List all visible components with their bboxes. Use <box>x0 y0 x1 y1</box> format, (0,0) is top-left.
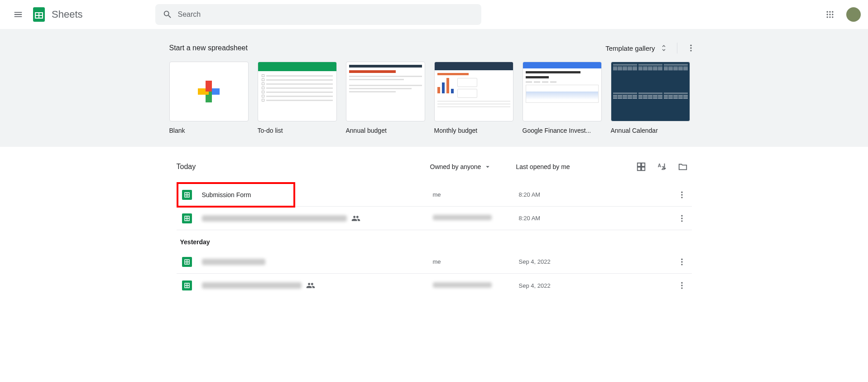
more-vert-icon <box>686 44 695 53</box>
file-owner: me <box>433 191 519 198</box>
open-picker-button[interactable] <box>674 158 692 176</box>
svg-point-29 <box>681 220 682 222</box>
template-gallery-button[interactable]: Template gallery <box>602 42 671 54</box>
svg-point-33 <box>681 258 682 260</box>
grid-view-button[interactable] <box>632 158 650 176</box>
file-row[interactable]: Submission Form me 8:20 AM <box>177 183 692 207</box>
sort-az-icon: AZ <box>657 162 667 172</box>
file-row[interactable]: me Sep 4, 2022 <box>177 250 692 274</box>
search-input[interactable] <box>178 10 474 19</box>
file-name <box>202 259 433 265</box>
main-menu-button[interactable] <box>7 4 29 25</box>
group-heading: Today <box>177 163 430 171</box>
file-time: Sep 4, 2022 <box>519 258 674 265</box>
shared-icon <box>306 281 315 290</box>
account-avatar[interactable] <box>846 7 861 22</box>
unfold-icon <box>660 44 668 52</box>
more-vert-icon <box>677 190 686 199</box>
template-finance[interactable]: Google Finance Invest... <box>523 62 602 134</box>
svg-point-7 <box>827 14 828 15</box>
template-more-button[interactable] <box>683 40 699 56</box>
docs-header: Today Owned by anyone Last opened by me … <box>177 155 692 183</box>
template-label: Annual Calendar <box>611 127 690 134</box>
svg-point-11 <box>829 16 830 18</box>
file-time: Sep 4, 2022 <box>519 282 674 289</box>
file-owner <box>433 215 519 222</box>
template-gallery-label: Template gallery <box>605 44 655 52</box>
docs-section: Today Owned by anyone Last opened by me … <box>169 147 699 297</box>
svg-point-34 <box>681 261 682 262</box>
svg-point-6 <box>832 11 833 13</box>
sheets-logo-icon <box>31 6 47 23</box>
app-header: Sheets <box>0 0 868 29</box>
svg-point-5 <box>829 11 830 13</box>
dropdown-icon <box>484 163 492 171</box>
app-logo-link[interactable]: Sheets <box>31 6 83 23</box>
sort-label[interactable]: Last opened by me <box>516 163 632 170</box>
file-row[interactable]: 8:20 AM <box>177 207 692 230</box>
owned-filter-label: Owned by anyone <box>430 163 481 170</box>
svg-point-22 <box>681 194 682 195</box>
template-todo[interactable]: To-do list <box>258 62 337 134</box>
search-icon <box>163 10 173 19</box>
svg-point-13 <box>690 45 691 46</box>
template-calendar[interactable]: Annual Calendar <box>611 62 690 134</box>
file-row[interactable]: Sep 4, 2022 <box>177 274 692 297</box>
svg-point-9 <box>832 14 833 15</box>
svg-point-39 <box>681 282 682 284</box>
sheets-file-icon <box>182 190 192 200</box>
svg-text:A: A <box>657 163 661 168</box>
file-time: 8:20 AM <box>519 191 674 198</box>
file-time: 8:20 AM <box>519 215 674 222</box>
template-section: Start a new spreadsheet Template gallery <box>0 29 868 147</box>
file-more-button[interactable] <box>674 277 690 294</box>
svg-point-14 <box>690 47 691 48</box>
template-list: Blank To-do list <box>169 62 699 134</box>
owned-filter[interactable]: Owned by anyone <box>430 163 516 171</box>
template-blank[interactable]: Blank <box>169 62 249 134</box>
svg-point-8 <box>829 14 830 15</box>
file-name: Submission Form <box>202 191 433 198</box>
divider <box>677 43 677 53</box>
template-monthly-budget[interactable]: Monthly budget <box>434 62 513 134</box>
svg-point-10 <box>827 16 828 18</box>
svg-point-41 <box>681 287 682 289</box>
group-heading: Yesterday <box>177 230 692 250</box>
svg-point-23 <box>681 197 682 198</box>
svg-point-40 <box>681 285 682 286</box>
file-more-button[interactable] <box>674 187 690 203</box>
file-owner <box>433 282 519 289</box>
template-label: Blank <box>169 127 249 134</box>
template-annual-budget[interactable]: Annual budget <box>346 62 425 134</box>
svg-point-4 <box>827 11 828 13</box>
svg-point-15 <box>690 50 691 51</box>
folder-icon <box>678 162 688 172</box>
sheets-file-icon <box>182 213 192 223</box>
hamburger-icon <box>13 10 23 19</box>
google-apps-button[interactable] <box>821 5 839 24</box>
more-vert-icon <box>677 281 686 290</box>
search-container <box>155 4 821 25</box>
file-more-button[interactable] <box>674 254 690 270</box>
grid-icon <box>636 162 646 172</box>
more-vert-icon <box>677 214 686 223</box>
svg-point-35 <box>681 264 682 265</box>
sort-az-button[interactable]: AZ <box>653 158 671 176</box>
svg-point-21 <box>681 191 682 193</box>
apps-grid-icon <box>825 10 834 19</box>
search-bar[interactable] <box>155 4 481 25</box>
template-label: Google Finance Invest... <box>523 127 602 134</box>
file-more-button[interactable] <box>674 210 690 227</box>
app-name: Sheets <box>52 9 83 20</box>
more-vert-icon <box>677 257 686 266</box>
shared-icon <box>351 214 360 223</box>
template-label: To-do list <box>258 127 337 134</box>
template-label: Annual budget <box>346 127 425 134</box>
plus-icon <box>198 81 220 102</box>
file-name <box>202 281 433 290</box>
template-heading: Start a new spreadsheet <box>169 44 248 52</box>
sheets-file-icon <box>182 257 192 267</box>
svg-point-28 <box>681 218 682 219</box>
file-owner: me <box>433 258 519 265</box>
template-label: Monthly budget <box>434 127 513 134</box>
